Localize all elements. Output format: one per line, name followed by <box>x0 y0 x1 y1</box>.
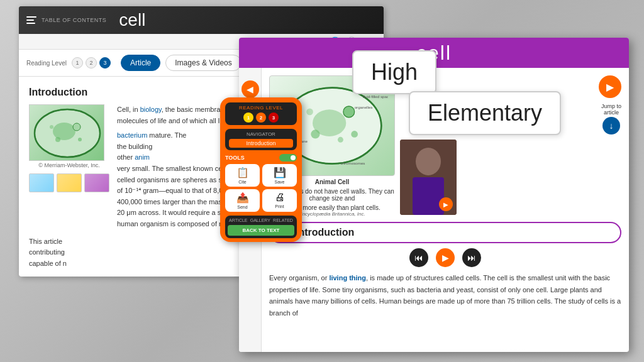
svg-rect-25 <box>413 177 444 215</box>
callout-high-label: High <box>371 59 418 85</box>
save-icon: 💾 <box>274 167 286 178</box>
send-icon: 📤 <box>236 192 249 204</box>
fast-forward-button[interactable]: ⏭ <box>462 248 481 267</box>
callout-high: High <box>352 50 436 94</box>
rewind-button[interactable]: ⏮ <box>409 248 428 267</box>
rl-dots: 1 2 3 <box>229 112 293 123</box>
nav-arrow-left[interactable]: ◀ <box>242 80 259 98</box>
svg-point-8 <box>50 125 53 129</box>
jump-arrow-icon[interactable]: ↓ <box>602 117 620 134</box>
small-img-2 <box>57 173 82 192</box>
svg-text:fluid-filled space: fluid-filled space <box>363 94 388 99</box>
rl-dot-3[interactable]: 3 <box>269 112 279 123</box>
play-pause-button[interactable]: ▶ <box>436 248 455 267</box>
article-text-4: mature. The <box>149 131 186 139</box>
tab-images-videos[interactable]: Images & Videos <box>165 55 242 71</box>
tools-toggle[interactable] <box>279 154 297 162</box>
tools-navigator: NAVIGATOR Introduction <box>225 129 297 150</box>
playback-controls: ⏮ ▶ ⏭ <box>269 248 621 267</box>
rl-dot-2[interactable]: 2 <box>256 112 266 123</box>
video-play-overlay[interactable]: ▶ <box>439 197 453 211</box>
callout-elementary: Elementary <box>409 91 561 135</box>
reading-level-label: Reading Level <box>26 60 67 67</box>
bottom-tabs-row: ARTICLE GALLERY RELATED <box>228 218 294 222</box>
tools-label: TOOLS <box>225 155 245 161</box>
image-caption: © Merriam-Webster, Inc. <box>29 162 109 168</box>
person-image: ▶ <box>400 140 457 215</box>
tools-reading-level: READING LEVEL 1 2 3 <box>225 102 297 125</box>
callout-elementary-label: Elementary <box>428 100 542 126</box>
tools-bottom-tabs: ARTICLE GALLERY RELATED BACK TO TEXT <box>225 216 297 238</box>
svg-point-14 <box>351 131 358 138</box>
svg-point-16 <box>338 137 343 143</box>
svg-rect-0 <box>26 16 36 18</box>
cite-button[interactable]: 📋 Cite <box>225 164 260 187</box>
nav-label: NAVIGATOR <box>229 131 293 137</box>
svg-text:organelles: organelles <box>355 105 373 109</box>
svg-point-13 <box>311 129 319 138</box>
small-img-1 <box>29 173 54 192</box>
svg-point-15 <box>306 108 313 115</box>
print-button[interactable]: 🖨 Print <box>262 189 297 212</box>
anim-link[interactable]: anim <box>135 153 150 161</box>
intro-text-1: Every organism, or <box>269 274 329 282</box>
panel-tools: READING LEVEL 1 2 3 NAVIGATOR Introducti… <box>220 97 302 242</box>
introduction-bar: Introduction <box>269 222 621 243</box>
svg-point-7 <box>78 138 82 141</box>
tools-label-row: TOOLS <box>225 154 297 162</box>
rl-dot-1[interactable]: 1 <box>243 112 253 123</box>
play-button[interactable]: ▶ <box>599 75 621 98</box>
print-label: Print <box>275 204 284 209</box>
tools-tab-gallery[interactable]: GALLERY <box>250 218 270 222</box>
jump-to-article-label: Jump to article <box>601 103 621 116</box>
cite-label: Cite <box>238 180 246 184</box>
svg-point-12 <box>343 106 355 118</box>
svg-point-4 <box>53 123 75 140</box>
reading-level-2[interactable]: 2 <box>86 57 97 69</box>
small-images-row <box>29 173 109 192</box>
save-label: Save <box>275 180 285 184</box>
article-text-1: Cell, in <box>117 106 140 113</box>
cell-diagram-image <box>29 104 104 161</box>
intro-text: Every organism, or living thing, is made… <box>269 272 621 319</box>
toolbar: TABLE OF CONTENTS cell <box>19 6 384 34</box>
nav-section[interactable]: Introduction <box>229 139 293 148</box>
reading-level-1[interactable]: 1 <box>72 57 83 69</box>
tools-toggle-knob <box>291 155 296 160</box>
rl-label: READING LEVEL <box>229 105 293 111</box>
intro-title: Introduction <box>296 227 354 238</box>
biology-link[interactable]: biology <box>140 106 162 113</box>
tab-article[interactable]: Article <box>121 55 160 71</box>
svg-point-24 <box>416 148 441 175</box>
send-button[interactable]: 📤 Send <box>225 189 260 212</box>
toc-icon[interactable] <box>26 16 36 24</box>
print-icon-tools: 🖨 <box>275 192 285 203</box>
toc-label: TABLE OF CONTENTS <box>42 17 106 23</box>
tools-icons-grid: 📋 Cite 💾 Save 📤 Send 🖨 Print <box>225 164 297 212</box>
article-text-5: the building <box>117 143 152 150</box>
svg-point-5 <box>73 123 80 131</box>
tools-tab-article[interactable]: ARTICLE <box>229 218 247 222</box>
article-text-3: bacterium <box>117 131 147 139</box>
send-label: Send <box>237 205 247 209</box>
high-article-title: cell <box>119 10 145 30</box>
save-button[interactable]: 💾 Save <box>262 164 297 187</box>
svg-rect-2 <box>26 23 35 24</box>
living-thing-link[interactable]: living thing <box>329 274 366 282</box>
tools-tab-related[interactable]: RELATED <box>273 218 293 222</box>
jump-to-article[interactable]: Jump to article ↓ <box>601 103 621 134</box>
back-to-text-button[interactable]: BACK TO TEXT <box>228 225 294 236</box>
reading-level-selector: Reading Level 1 2 3 <box>26 57 111 69</box>
svg-point-6 <box>55 137 60 142</box>
small-img-3 <box>84 173 109 192</box>
svg-text:chromosomes: chromosomes <box>340 161 365 165</box>
cite-icon: 📋 <box>236 167 249 178</box>
svg-rect-1 <box>26 19 34 21</box>
reading-level-3[interactable]: 3 <box>99 57 111 69</box>
